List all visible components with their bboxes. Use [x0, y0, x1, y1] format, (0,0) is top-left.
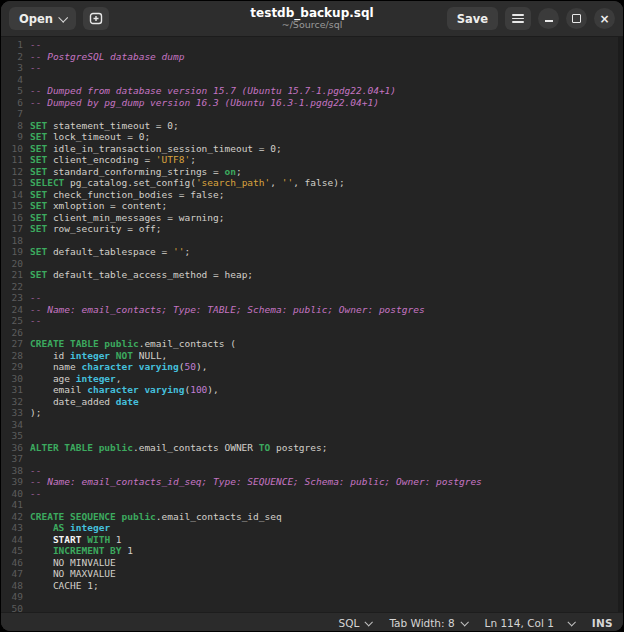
code-line[interactable]: 13SELECT pg_catalog.set_config('search_p… — [1, 177, 623, 189]
code-line[interactable]: 1-- — [1, 39, 623, 51]
code-line[interactable]: 16SET client_min_messages = warning; — [1, 212, 623, 224]
line-number: 38 — [1, 465, 23, 477]
code-text: SELECT pg_catalog.set_config('search_pat… — [30, 177, 345, 189]
code-line[interactable]: 33); — [1, 407, 623, 419]
code-text: ); — [30, 407, 41, 419]
tab-width-selector[interactable]: Tab Width: 8 — [389, 613, 466, 631]
line-number: 10 — [1, 143, 23, 155]
code-line[interactable]: 24-- Name: email_contacts; Type: TABLE; … — [1, 304, 623, 316]
code-line[interactable]: 10SET idle_in_transaction_session_timeou… — [1, 143, 623, 155]
code-line[interactable]: 40-- — [1, 488, 623, 500]
code-line[interactable]: 5-- Dumped from database version 15.7 (U… — [1, 85, 623, 97]
code-line[interactable]: 20 — [1, 258, 623, 270]
code-line[interactable]: 22 — [1, 281, 623, 293]
code-line[interactable]: 19SET default_tablespace = ''; — [1, 246, 623, 258]
code-line[interactable]: 6-- Dumped by pg_dump version 16.3 (Ubun… — [1, 97, 623, 109]
code-line[interactable]: 45 INCREMENT BY 1 — [1, 545, 623, 557]
code-line[interactable]: 9SET lock_timeout = 0; — [1, 131, 623, 143]
insert-mode-label: INS — [592, 617, 613, 629]
code-text: SET client_encoding = 'UTF8'; — [30, 154, 196, 166]
code-line[interactable]: 17SET row_security = off; — [1, 223, 623, 235]
line-number: 35 — [1, 430, 23, 442]
code-text: ALTER TABLE public.email_contacts OWNER … — [30, 442, 327, 454]
document-path: ~/Source/sql — [250, 20, 373, 31]
code-line[interactable]: 2-- PostgreSQL database dump — [1, 51, 623, 63]
code-line[interactable]: 31 email character varying(100), — [1, 384, 623, 396]
code-editor[interactable]: 1--2-- PostgreSQL database dump3--45-- D… — [1, 37, 623, 612]
line-number: 16 — [1, 212, 23, 224]
code-line[interactable]: 29 name character varying(50), — [1, 361, 623, 373]
code-line[interactable]: 30 age integer, — [1, 373, 623, 385]
code-line[interactable]: 48 CACHE 1; — [1, 580, 623, 592]
code-line[interactable]: 39-- Name: email_contacts_id_seq; Type: … — [1, 476, 623, 488]
code-line[interactable]: 46 NO MINVALUE — [1, 557, 623, 569]
line-number: 20 — [1, 258, 23, 270]
code-line[interactable]: 42CREATE SEQUENCE public.email_contacts_… — [1, 511, 623, 523]
code-line[interactable]: 35 — [1, 430, 623, 442]
insert-mode-indicator[interactable]: INS — [592, 613, 613, 631]
code-line[interactable]: 11SET client_encoding = 'UTF8'; — [1, 154, 623, 166]
code-line[interactable]: 34 — [1, 419, 623, 431]
code-line[interactable]: 47 NO MAXVALUE — [1, 568, 623, 580]
line-number: 37 — [1, 453, 23, 465]
code-line[interactable]: 14SET check_function_bodies = false; — [1, 189, 623, 201]
line-number: 6 — [1, 97, 23, 109]
line-number: 14 — [1, 189, 23, 201]
code-line[interactable]: 8SET statement_timeout = 0; — [1, 120, 623, 132]
code-text: SET default_table_access_method = heap; — [30, 269, 253, 281]
code-text: SET idle_in_transaction_session_timeout … — [30, 143, 282, 155]
code-line[interactable]: 49 — [1, 591, 623, 603]
line-number: 43 — [1, 522, 23, 534]
code-line[interactable]: 37 — [1, 453, 623, 465]
code-text: -- Dumped by pg_dump version 16.3 (Ubunt… — [30, 97, 379, 109]
code-line[interactable]: 43 AS integer — [1, 522, 623, 534]
open-button[interactable]: Open — [9, 7, 76, 30]
code-line[interactable]: 12SET standard_conforming_strings = on; — [1, 166, 623, 178]
code-text: SET check_function_bodies = false; — [30, 189, 224, 201]
code-text: -- Name: email_contacts_id_seq; Type: SE… — [30, 476, 482, 488]
line-number: 15 — [1, 200, 23, 212]
vertical-scrollbar[interactable] — [618, 37, 623, 612]
code-line[interactable]: 38-- — [1, 465, 623, 477]
line-number: 1 — [1, 39, 23, 51]
code-line[interactable]: 21SET default_table_access_method = heap… — [1, 269, 623, 281]
code-line[interactable]: 15SET xmloption = content; — [1, 200, 623, 212]
cursor-position-selector[interactable]: Ln 114, Col 1 — [485, 613, 574, 631]
code-line[interactable]: 4 — [1, 74, 623, 86]
code-line[interactable]: 28 id integer NOT NULL, — [1, 350, 623, 362]
code-line[interactable]: 3-- — [1, 62, 623, 74]
line-number: 11 — [1, 154, 23, 166]
line-number: 47 — [1, 568, 23, 580]
code-line[interactable]: 41 — [1, 499, 623, 511]
maximize-button[interactable] — [566, 8, 587, 29]
main-menu-button[interactable] — [505, 7, 531, 30]
close-button[interactable]: × — [594, 8, 615, 29]
code-line[interactable]: 36ALTER TABLE public.email_contacts OWNE… — [1, 442, 623, 454]
code-text: -- Dumped from database version 15.7 (Ub… — [30, 85, 396, 97]
cursor-position-label: Ln 114, Col 1 — [485, 617, 554, 629]
line-number: 12 — [1, 166, 23, 178]
code-text: SET xmloption = content; — [30, 200, 167, 212]
code-line[interactable]: 44 START WITH 1 — [1, 534, 623, 546]
header-left-group: Open — [9, 7, 109, 30]
language-selector[interactable]: SQL — [339, 613, 372, 631]
new-tab-button[interactable] — [83, 7, 109, 30]
line-number: 49 — [1, 591, 23, 603]
code-line[interactable]: 18 — [1, 235, 623, 247]
code-line[interactable]: 50 — [1, 603, 623, 613]
code-line[interactable]: 23-- — [1, 292, 623, 304]
code-line[interactable]: 7 — [1, 108, 623, 120]
code-text: NO MINVALUE — [30, 557, 116, 569]
line-number: 3 — [1, 62, 23, 74]
code-text: -- PostgreSQL database dump — [30, 51, 184, 63]
minimize-button[interactable] — [538, 8, 559, 29]
code-line[interactable]: 26 — [1, 327, 623, 339]
save-button-label: Save — [457, 12, 488, 26]
code-line[interactable]: 27CREATE TABLE public.email_contacts ( — [1, 338, 623, 350]
line-number: 8 — [1, 120, 23, 132]
code-text: NO MAXVALUE — [30, 568, 116, 580]
save-button[interactable]: Save — [447, 7, 498, 30]
code-line[interactable]: 32 date_added date — [1, 396, 623, 408]
code-line[interactable]: 25-- — [1, 315, 623, 327]
code-text: SET lock_timeout = 0; — [30, 131, 150, 143]
